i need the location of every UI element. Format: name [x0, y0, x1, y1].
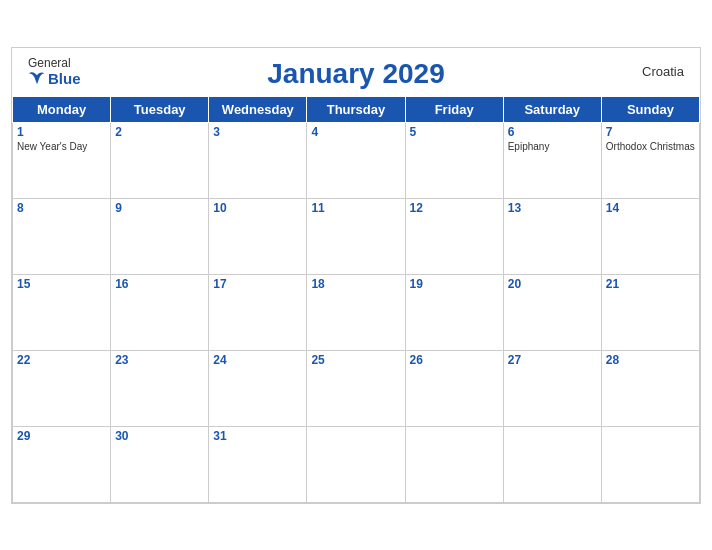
calendar-day-cell: 9 [111, 198, 209, 274]
calendar-day-cell: 25 [307, 350, 405, 426]
calendar-week-row: 293031 [13, 426, 700, 502]
calendar-header: General Blue January 2029 Croatia [12, 48, 700, 96]
day-number: 10 [213, 201, 302, 215]
weekday-header-friday: Friday [405, 96, 503, 122]
weekday-header-monday: Monday [13, 96, 111, 122]
day-number: 26 [410, 353, 499, 367]
calendar-week-row: 22232425262728 [13, 350, 700, 426]
calendar-day-cell: 15 [13, 274, 111, 350]
calendar-day-cell: 3 [209, 122, 307, 198]
logo-blue: Blue [28, 70, 81, 87]
calendar-day-cell: 27 [503, 350, 601, 426]
day-number: 11 [311, 201, 400, 215]
day-number: 20 [508, 277, 597, 291]
weekday-header-wednesday: Wednesday [209, 96, 307, 122]
day-number: 12 [410, 201, 499, 215]
day-number: 22 [17, 353, 106, 367]
day-number: 4 [311, 125, 400, 139]
calendar-day-cell: 23 [111, 350, 209, 426]
calendar-day-cell: 18 [307, 274, 405, 350]
calendar-day-cell: 28 [601, 350, 699, 426]
day-number: 25 [311, 353, 400, 367]
logo-area: General Blue [28, 56, 81, 87]
calendar-day-cell: 14 [601, 198, 699, 274]
calendar-table: MondayTuesdayWednesdayThursdayFridaySatu… [12, 96, 700, 503]
day-number: 8 [17, 201, 106, 215]
day-number: 7 [606, 125, 695, 139]
calendar-week-row: 891011121314 [13, 198, 700, 274]
holiday-label: Orthodox Christmas [606, 141, 695, 153]
day-number: 17 [213, 277, 302, 291]
weekday-header-row: MondayTuesdayWednesdayThursdayFridaySatu… [13, 96, 700, 122]
calendar-day-cell: 19 [405, 274, 503, 350]
calendar-day-cell: 24 [209, 350, 307, 426]
calendar-day-cell [601, 426, 699, 502]
calendar-day-cell: 8 [13, 198, 111, 274]
calendar-day-cell: 10 [209, 198, 307, 274]
calendar-day-cell: 31 [209, 426, 307, 502]
calendar-week-row: 1New Year's Day23456Epiphany7Orthodox Ch… [13, 122, 700, 198]
day-number: 1 [17, 125, 106, 139]
calendar-day-cell: 6Epiphany [503, 122, 601, 198]
calendar-day-cell: 13 [503, 198, 601, 274]
calendar-day-cell: 17 [209, 274, 307, 350]
day-number: 9 [115, 201, 204, 215]
day-number: 5 [410, 125, 499, 139]
calendar-day-cell: 21 [601, 274, 699, 350]
weekday-header-thursday: Thursday [307, 96, 405, 122]
calendar-day-cell: 30 [111, 426, 209, 502]
calendar-day-cell: 16 [111, 274, 209, 350]
day-number: 29 [17, 429, 106, 443]
day-number: 3 [213, 125, 302, 139]
day-number: 21 [606, 277, 695, 291]
day-number: 27 [508, 353, 597, 367]
calendar-day-cell: 1New Year's Day [13, 122, 111, 198]
day-number: 18 [311, 277, 400, 291]
calendar-day-cell: 29 [13, 426, 111, 502]
day-number: 14 [606, 201, 695, 215]
day-number: 13 [508, 201, 597, 215]
calendar-day-cell [307, 426, 405, 502]
calendar-week-row: 15161718192021 [13, 274, 700, 350]
calendar-day-cell: 11 [307, 198, 405, 274]
day-number: 23 [115, 353, 204, 367]
day-number: 19 [410, 277, 499, 291]
day-number: 31 [213, 429, 302, 443]
calendar-day-cell: 7Orthodox Christmas [601, 122, 699, 198]
day-number: 28 [606, 353, 695, 367]
holiday-label: Epiphany [508, 141, 597, 153]
day-number: 2 [115, 125, 204, 139]
calendar-day-cell: 26 [405, 350, 503, 426]
weekday-header-sunday: Sunday [601, 96, 699, 122]
calendar-day-cell [503, 426, 601, 502]
day-number: 24 [213, 353, 302, 367]
calendar-container: General Blue January 2029 Croatia Monday… [11, 47, 701, 504]
weekday-header-saturday: Saturday [503, 96, 601, 122]
weekday-header-tuesday: Tuesday [111, 96, 209, 122]
calendar-title: January 2029 [267, 58, 444, 90]
holiday-label: New Year's Day [17, 141, 106, 153]
day-number: 6 [508, 125, 597, 139]
calendar-day-cell: 2 [111, 122, 209, 198]
calendar-day-cell: 22 [13, 350, 111, 426]
day-number: 15 [17, 277, 106, 291]
calendar-day-cell: 5 [405, 122, 503, 198]
country-label: Croatia [642, 64, 684, 79]
calendar-day-cell: 12 [405, 198, 503, 274]
calendar-day-cell [405, 426, 503, 502]
calendar-day-cell: 4 [307, 122, 405, 198]
calendar-day-cell: 20 [503, 274, 601, 350]
logo-general: General [28, 56, 71, 70]
day-number: 30 [115, 429, 204, 443]
logo-bird-icon [28, 71, 46, 85]
day-number: 16 [115, 277, 204, 291]
